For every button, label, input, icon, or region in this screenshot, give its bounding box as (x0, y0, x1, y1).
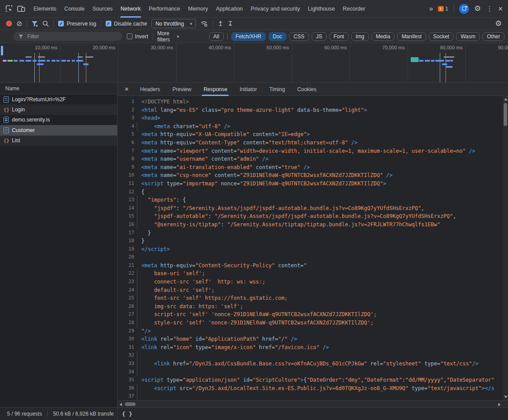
document-icon (4, 117, 9, 123)
tab-network[interactable]: Network (117, 0, 145, 18)
timeline-activity-bar (411, 57, 419, 62)
request-table-name-header[interactable]: Name (0, 83, 117, 94)
request-name: Login/?ReturnUrl=%2F (12, 96, 66, 103)
throttling-select[interactable]: No throttling ▾ (151, 19, 196, 28)
vertical-scroll-thumb[interactable] (504, 103, 507, 126)
detail-tab-timing[interactable]: Timing (263, 83, 291, 96)
close-devtools-icon[interactable]: × (498, 5, 503, 13)
network-settings-gear-icon[interactable]: ⚙ (495, 20, 504, 27)
timeline-activity-bar (444, 56, 454, 58)
divider (26, 20, 27, 27)
scroll-left-arrow[interactable] (120, 403, 122, 406)
settings-gear-icon[interactable]: ⚙ (474, 5, 481, 12)
tab-lighthouse[interactable]: Lighthouse (304, 0, 339, 18)
line-number: 4 (118, 122, 134, 131)
request-detail-panel: × HeadersPreviewResponseInitiatorTimingC… (118, 83, 508, 407)
code-line: 5<meta http-equiv="X-UA-Compatible" cont… (118, 130, 503, 139)
disable-cache-checkbox[interactable]: ✓ Disable cache (106, 21, 147, 27)
resource-type-chips: AllFetch/XHRDocCSSJSFontImgMediaManifest… (209, 32, 504, 41)
chip-other[interactable]: Other (482, 32, 504, 41)
export-har-icon[interactable]: ↥ (217, 20, 223, 27)
network-toolbar: ⊘ ✓ Preserve log ✓ Disable cache No thro… (0, 18, 508, 30)
pretty-print-button[interactable]: { } (122, 411, 132, 417)
line-number: 31 (118, 343, 134, 352)
code-line: 8<meta name="username" content="admin" /… (118, 155, 503, 163)
code-line: 6<meta http-equiv="Content-Type" content… (118, 139, 503, 147)
network-conditions-icon[interactable] (200, 20, 208, 27)
filter-funnel-icon[interactable] (31, 21, 38, 27)
request-row-login-returnurl-2f[interactable]: Login/?ReturnUrl=%2F (0, 94, 117, 104)
import-har-icon[interactable]: ↧ (228, 20, 233, 27)
tab-console[interactable]: Console (60, 0, 88, 18)
chip-img[interactable]: Img (351, 32, 369, 41)
code-line: 35<script type="application/json" id="Sc… (118, 376, 503, 384)
ai-assistance-button[interactable]: + (459, 4, 469, 14)
tab-recorder[interactable]: Recorder (339, 0, 369, 18)
code-text: "@serenity-is/tiptap": "/Serenity.Assets… (141, 221, 440, 229)
inspect-element-icon[interactable] (5, 5, 13, 12)
clear-network-log-icon[interactable]: ⊘ (16, 20, 22, 27)
chip-manifest[interactable]: Manifest (397, 32, 426, 41)
code-text: } (141, 229, 151, 237)
code-text: default-src 'self'; (141, 286, 214, 295)
line-number: 28 (118, 319, 134, 327)
detail-tab-preview[interactable]: Preview (166, 83, 198, 96)
timeline-gridline (234, 43, 234, 82)
invert-checkbox[interactable]: Invert (127, 33, 148, 40)
detail-tab-cookies[interactable]: Cookies (291, 83, 322, 96)
chip-css[interactable]: CSS (289, 32, 309, 41)
detail-tab-headers[interactable]: Headers (134, 83, 166, 96)
chip-fetch-xhr[interactable]: Fetch/XHR (231, 32, 266, 41)
request-row-login[interactable]: {}Login (0, 104, 117, 114)
timeline-activity-bar (37, 63, 44, 65)
timeline-tick-label: 30,000 ms (151, 45, 173, 50)
tab-privacy-and-security[interactable]: Privacy and security (247, 0, 304, 18)
kebab-menu-icon[interactable]: ⋮ (486, 5, 493, 12)
scroll-up-arrow[interactable] (504, 98, 508, 100)
chip-media[interactable]: Media (372, 32, 395, 41)
request-row-customer[interactable]: Customer (0, 125, 117, 135)
line-number: 3 (118, 114, 134, 122)
record-network-log-button[interactable] (6, 21, 12, 26)
horizontal-scrollbar[interactable] (118, 400, 508, 407)
chip-wasm[interactable]: Wasm (456, 32, 480, 41)
code-line: 16 "@serenity-is/tiptap": "/Serenity.Ass… (118, 221, 503, 229)
tab-performance[interactable]: Performance (145, 0, 184, 18)
chip-doc[interactable]: Doc (269, 32, 287, 41)
scroll-right-arrow[interactable] (498, 403, 501, 406)
chip-all[interactable]: All (209, 32, 224, 41)
request-row-demo-serenity-is[interactable]: demo.serenity.is (0, 115, 117, 125)
chip-socket[interactable]: Socket (429, 32, 454, 41)
more-tabs-button[interactable]: » (429, 5, 433, 13)
tab-sources[interactable]: Sources (88, 0, 117, 18)
detail-tab-response[interactable]: Response (197, 83, 233, 96)
timeline-activity-bar (52, 60, 55, 62)
response-code-viewer[interactable]: 1<!DOCTYPE html>2<html lang="es-ES" clas… (118, 96, 508, 400)
search-icon[interactable] (42, 20, 49, 27)
horizontal-scroll-thumb[interactable] (125, 402, 136, 406)
tab-memory[interactable]: Memory (184, 0, 212, 18)
line-number: 12 (118, 188, 134, 196)
preserve-log-checkbox[interactable]: ✓ Preserve log (58, 21, 96, 27)
filter-input[interactable] (26, 33, 117, 40)
timeline-selection-handle[interactable] (1, 46, 3, 55)
divider (227, 33, 228, 40)
tab-application[interactable]: Application (212, 0, 247, 18)
close-detail-icon[interactable]: × (121, 85, 132, 93)
tab-elements[interactable]: Elements (29, 0, 60, 18)
code-line: 33 <link href="/DynJS.axd/CssBundle.Base… (118, 360, 503, 368)
scroll-down-arrow[interactable] (504, 396, 508, 398)
chip-js[interactable]: JS (312, 32, 327, 41)
code-text: <link rel="icon" type="image/x-icon" hre… (141, 343, 329, 352)
filter-funnel-icon (18, 34, 23, 39)
divider (153, 33, 153, 40)
device-toolbar-icon[interactable] (17, 5, 25, 12)
chip-font[interactable]: Font (329, 32, 349, 41)
network-overview-timeline[interactable]: 10,000 ms20,000 ms30,000 ms40,000 ms50,0… (0, 43, 508, 83)
more-filters-dropdown[interactable]: More filters ▾ (157, 30, 179, 43)
request-name: List (12, 137, 20, 144)
request-row-list[interactable]: {}List (0, 136, 117, 146)
issues-counter[interactable]: ! 1 (438, 6, 449, 12)
detail-tab-initiator[interactable]: Initiator (233, 83, 263, 96)
vertical-scrollbar[interactable] (503, 96, 508, 400)
